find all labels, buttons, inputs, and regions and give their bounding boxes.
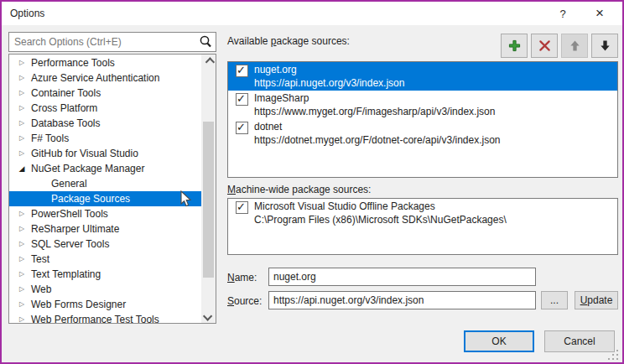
tree-item-azure-service-authentication[interactable]: ▷Azure Service Authentication [9, 70, 201, 86]
tree-collapsed-expander-icon[interactable]: ▷ [16, 55, 28, 70]
checkmark-icon: ✓ [237, 92, 246, 105]
update-button[interactable]: Update [575, 291, 618, 309]
checkmark-icon: ✓ [237, 64, 246, 76]
scrollbar-thumb[interactable] [203, 122, 214, 278]
tree-item-web[interactable]: ▷Web [9, 282, 201, 297]
search-icon[interactable] [198, 34, 213, 49]
tree-item-general[interactable]: General [9, 176, 201, 191]
tree-item-resharper-ultimate[interactable]: ▷ReSharper Ultimate [9, 221, 201, 237]
plus-icon [508, 39, 521, 52]
scroll-up-icon[interactable] [201, 55, 216, 69]
browse-button[interactable]: ... [541, 291, 568, 309]
tree-item-label: GitHub for Visual Studio [31, 146, 138, 161]
scroll-down-icon[interactable] [201, 309, 216, 323]
package-source-row-microsoft-visual-studio-offline-packages[interactable]: ✓Microsoft Visual Studio Offline Package… [228, 199, 617, 227]
tree-item-label: Performance Tools [31, 55, 115, 70]
tree-collapsed-expander-icon[interactable]: ▷ [16, 267, 28, 282]
move-up-button[interactable] [561, 34, 588, 58]
package-source-name: dotnet [254, 120, 617, 133]
help-button[interactable]: ? [549, 2, 577, 25]
package-source-row-dotnet[interactable]: ✓dotnethttps://dotnet.myget.org/F/dotnet… [228, 119, 617, 148]
tree-item-cross-platform[interactable]: ▷Cross Platform [9, 101, 201, 116]
resize-grip[interactable] [608, 350, 619, 360]
source-enabled-checkbox[interactable]: ✓ [236, 93, 248, 106]
tree-item-label: F# Tools [31, 131, 69, 146]
tree-item-web-forms-designer[interactable]: ▷Web Forms Designer [9, 297, 201, 312]
package-source-url: https://www.myget.org/F/imagesharp/api/v… [254, 105, 617, 118]
tree-item-label: Web Performance Test Tools [31, 312, 159, 324]
tree-collapsed-expander-icon[interactable]: ▷ [16, 221, 28, 237]
tree-collapsed-expander-icon[interactable]: ▷ [16, 206, 28, 221]
available-sources-list[interactable]: ✓nuget.orghttps://api.nuget.org/v3/index… [227, 61, 618, 178]
add-source-button[interactable] [501, 34, 528, 58]
source-enabled-checkbox[interactable]: ✓ [236, 122, 248, 134]
checkmark-icon: ✓ [237, 200, 246, 213]
tree-item-package-sources[interactable]: Package Sources [9, 191, 201, 206]
name-field[interactable] [268, 268, 536, 286]
search-box [8, 32, 216, 52]
tree-item-web-performance-test-tools[interactable]: ▷Web Performance Test Tools [9, 312, 201, 324]
package-source-row-nuget-org[interactable]: ✓nuget.orghttps://api.nuget.org/v3/index… [228, 62, 617, 91]
options-dialog: Options ? × ▷Performance Tools▷Azure Ser… [0, 0, 624, 364]
tree-collapsed-expander-icon[interactable]: ▷ [16, 131, 28, 146]
tree-collapsed-expander-icon[interactable]: ▷ [16, 70, 28, 86]
tree-item-label: Test [31, 252, 49, 267]
machine-sources-list[interactable]: ✓Microsoft Visual Studio Offline Package… [227, 198, 618, 255]
tree-collapsed-expander-icon[interactable]: ▷ [16, 101, 28, 116]
dialog-title: Options [10, 8, 44, 19]
help-icon: ? [559, 8, 565, 20]
tree-collapsed-expander-icon[interactable]: ▷ [16, 237, 28, 252]
close-button[interactable]: × [585, 2, 614, 25]
tree-scrollbar[interactable] [201, 55, 216, 323]
move-down-button[interactable] [591, 34, 618, 58]
package-source-name: nuget.org [254, 63, 617, 76]
tree-item-performance-tools[interactable]: ▷Performance Tools [9, 55, 201, 70]
tree-item-label: General [51, 176, 87, 191]
available-sources-label: Available package sources: [227, 35, 350, 47]
source-field[interactable] [268, 291, 536, 309]
tree-item-text-templating[interactable]: ▷Text Templating [9, 267, 201, 282]
tree-item-powershell-tools[interactable]: ▷PowerShell Tools [9, 206, 201, 221]
tree-item-container-tools[interactable]: ▷Container Tools [9, 86, 201, 101]
close-icon: × [595, 5, 604, 22]
cancel-button[interactable]: Cancel [544, 330, 615, 352]
package-source-url: C:\Program Files (x86)\Microsoft SDKs\Nu… [254, 213, 617, 226]
remove-source-button[interactable] [531, 34, 558, 58]
tree-item-label: Web [31, 282, 51, 297]
tree-item-label: Container Tools [31, 86, 101, 101]
tree-item-github-for-visual-studio[interactable]: ▷GitHub for Visual Studio [9, 146, 201, 161]
options-tree: ▷Performance Tools▷Azure Service Authent… [8, 54, 216, 324]
tree-collapsed-expander-icon[interactable]: ▷ [16, 312, 28, 324]
checkmark-icon: ✓ [237, 121, 246, 133]
package-source-name: Microsoft Visual Studio Offline Packages [254, 200, 617, 213]
ok-button[interactable]: OK [464, 330, 534, 352]
tree-item-label: ReSharper Ultimate [31, 221, 119, 237]
tree-item-sql-server-tools[interactable]: ▷SQL Server Tools [9, 237, 201, 252]
tree-item-test[interactable]: ▷Test [9, 252, 201, 267]
tree-item-label: SQL Server Tools [31, 237, 109, 252]
tree-item-label: Database Tools [31, 116, 101, 131]
x-icon [538, 39, 551, 52]
titlebar: Options ? × [2, 2, 622, 25]
tree-item-database-tools[interactable]: ▷Database Tools [9, 116, 201, 131]
tree-collapsed-expander-icon[interactable]: ▷ [16, 116, 28, 131]
package-source-text: nuget.orghttps://api.nuget.org/v3/index.… [254, 62, 617, 90]
tree-collapsed-expander-icon[interactable]: ▷ [16, 86, 28, 101]
tree-collapsed-expander-icon[interactable]: ▷ [16, 297, 28, 312]
tree-item-label: NuGet Package Manager [31, 161, 144, 176]
package-source-row-imagesharp[interactable]: ✓ImageSharphttps://www.myget.org/F/image… [228, 91, 617, 119]
tree-item-f-tools[interactable]: ▷F# Tools [9, 131, 201, 146]
source-enabled-checkbox[interactable]: ✓ [236, 65, 248, 77]
down-arrow-icon [599, 39, 611, 52]
source-enabled-checkbox[interactable]: ✓ [236, 201, 248, 214]
tree-collapsed-expander-icon[interactable]: ▷ [16, 282, 28, 297]
tree-item-label: PowerShell Tools [31, 206, 108, 221]
search-input[interactable] [9, 36, 198, 48]
tree-expanded-expander-icon[interactable]: ◢ [16, 161, 28, 176]
tree-collapsed-expander-icon[interactable]: ▷ [16, 252, 28, 267]
tree-collapsed-expander-icon[interactable]: ▷ [16, 146, 28, 161]
package-source-url: https://api.nuget.org/v3/index.json [254, 76, 617, 90]
options-tree-rows: ▷Performance Tools▷Azure Service Authent… [9, 55, 201, 324]
sources-toolbar [501, 34, 618, 58]
tree-item-nuget-package-manager[interactable]: ◢NuGet Package Manager [9, 161, 201, 176]
